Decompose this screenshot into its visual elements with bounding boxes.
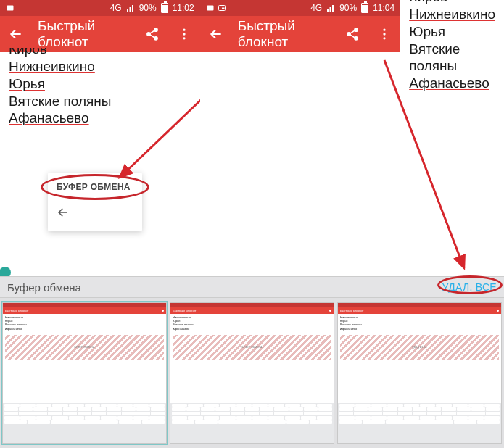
share-button[interactable] bbox=[342, 24, 363, 44]
note-line: Юрья bbox=[9, 75, 191, 93]
signal-icon bbox=[126, 4, 135, 12]
clipboard-thumb[interactable]: Быстрый блокнот НижнеивкиноЮрьяВятские п… bbox=[337, 302, 502, 444]
appbar: Быстрый блокнот bbox=[200, 16, 401, 52]
note-line: Афанасьево bbox=[9, 109, 191, 127]
clipboard-title: Буфер обмена bbox=[7, 281, 81, 294]
note-line: Афанасьево bbox=[409, 75, 495, 92]
statusbar: 4G 90% 11:02 bbox=[0, 0, 200, 16]
overflow-button[interactable] bbox=[374, 24, 394, 44]
popover-back-icon[interactable] bbox=[57, 206, 70, 223]
battery-icon bbox=[161, 3, 168, 13]
screenshot-icon bbox=[206, 4, 215, 12]
back-button[interactable] bbox=[206, 24, 226, 44]
network-label: 4G bbox=[110, 3, 122, 13]
delete-all-button[interactable]: УДАЛ. ВСЕ bbox=[442, 281, 497, 293]
note-line: Нижнеивкино bbox=[9, 58, 191, 75]
note-editor[interactable]: Киров Нижнеивкино Юрья Вятские поляны Аф… bbox=[0, 52, 200, 133]
battery-icon bbox=[361, 3, 368, 13]
clipboard-thumb[interactable]: Быстрый блокнот НижнеивкиноЮрьяВятские п… bbox=[170, 302, 334, 444]
battery-pct: 90% bbox=[339, 3, 357, 13]
svg-point-5 bbox=[183, 33, 185, 35]
statusbar: 4G 90% 11:04 bbox=[200, 0, 401, 16]
note-line: Нижнеивкино bbox=[409, 6, 495, 23]
note-line: Киров bbox=[409, 0, 495, 6]
svg-point-15 bbox=[384, 29, 386, 31]
overflow-button[interactable] bbox=[174, 24, 194, 44]
back-button[interactable] bbox=[6, 24, 26, 44]
signal-icon bbox=[326, 4, 335, 12]
network-label: 4G bbox=[310, 3, 322, 13]
clipboard-button[interactable]: БУФЕР ОБМЕНА bbox=[48, 173, 142, 200]
clipboard-popover: БУФЕР ОБМЕНА bbox=[48, 173, 142, 231]
note-line: Юрья bbox=[409, 23, 495, 41]
svg-rect-0 bbox=[7, 6, 14, 11]
svg-rect-9 bbox=[207, 6, 213, 11]
clipboard-thumbnails: Быстрый блокнот НижнеивкиноЮрьяВятские п… bbox=[0, 298, 504, 448]
note-line: Вятские поляны bbox=[9, 93, 191, 110]
svg-point-6 bbox=[183, 37, 185, 39]
battery-pct: 90% bbox=[139, 3, 157, 13]
clock: 11:04 bbox=[373, 3, 394, 13]
share-button[interactable] bbox=[142, 24, 162, 44]
clipboard-thumb[interactable]: Быстрый блокнот НижнеивкиноЮрьяВятские п… bbox=[2, 302, 167, 444]
svg-point-4 bbox=[183, 29, 185, 31]
clock: 11:02 bbox=[173, 3, 194, 13]
svg-point-17 bbox=[384, 37, 386, 39]
app-title: Быстрый блокнот bbox=[238, 18, 331, 50]
clipboard-header: Буфер обмена УДАЛ. ВСЕ bbox=[0, 276, 504, 298]
svg-point-16 bbox=[384, 33, 386, 35]
pip-icon bbox=[218, 4, 226, 12]
screenshot-icon bbox=[6, 4, 15, 12]
dual-screenshot: 4G 90% 11:02 Быстрый блокнот Киров Нижне… bbox=[0, 0, 504, 448]
appbar: Быстрый блокнот bbox=[0, 16, 200, 52]
svg-rect-11 bbox=[222, 8, 225, 10]
note-line: Вятские поляны bbox=[409, 41, 495, 75]
app-title: Быстрый блокнот bbox=[38, 18, 131, 50]
